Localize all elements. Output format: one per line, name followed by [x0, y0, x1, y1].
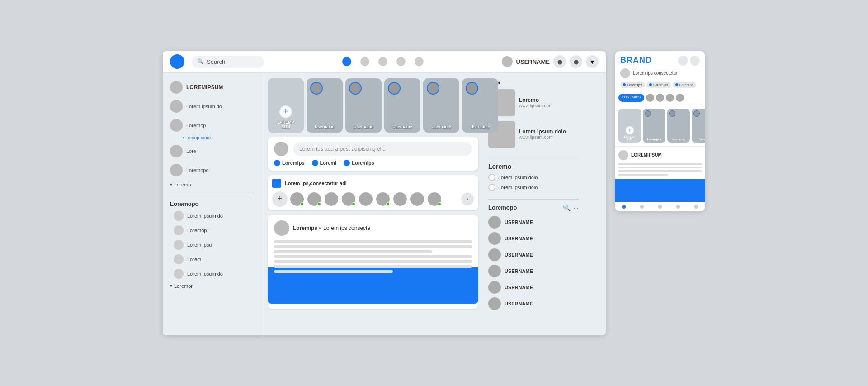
friend-item-2[interactable]: USERNAME — [488, 230, 579, 247]
friend-item-4[interactable]: USERNAME — [488, 263, 579, 279]
mobile-bottom-dot-4[interactable] — [676, 205, 680, 209]
mobile-nav-icon-1[interactable] — [678, 56, 688, 66]
radio-item-2[interactable]: Lorem ipsum dolo — [488, 184, 579, 191]
radio-1[interactable] — [488, 174, 495, 181]
friend-item-5[interactable]: USERNAME — [488, 279, 579, 295]
add-member-btn[interactable]: + — [272, 191, 288, 207]
member-1 — [289, 191, 305, 207]
mobile-bottom-dot-5[interactable] — [694, 205, 698, 209]
nav-dot-4[interactable] — [396, 57, 406, 66]
ad-item-2[interactable]: Lorem ipsum dolo www.lipsum.com — [488, 121, 579, 148]
add-story-btn[interactable]: + — [279, 105, 292, 118]
mobile-blue-bar — [615, 179, 705, 202]
post-arrow: ▸ — [319, 225, 321, 230]
composer-input[interactable]: Lorem ips add a post adipiscing elit. — [293, 142, 472, 156]
mobile-story-1[interactable]: Loremipsu — [643, 109, 665, 143]
sidebar-label-2: Loremop — [186, 123, 206, 128]
friend-item-1[interactable]: USERNAME — [488, 214, 579, 230]
mobile-tab-1[interactable]: Loremips — [620, 82, 645, 88]
story-avatar-1 — [310, 82, 323, 95]
nav-btn-2[interactable]: ⬤ — [570, 55, 582, 68]
composer-action-3[interactable]: Loremips — [344, 160, 374, 166]
story-card-4[interactable]: Username — [423, 78, 459, 133]
sidebar-more-link[interactable]: • Lorsop more — [166, 135, 258, 140]
ad-item-1[interactable]: Loremo www.lipsum.com — [488, 89, 579, 116]
add-story-card[interactable]: + LPREMP SUN — [268, 78, 304, 133]
mobile-tab-dot-1 — [623, 83, 626, 86]
friends-more-icon[interactable]: ··· — [573, 204, 579, 211]
mobile-filter-avatar-3 — [666, 94, 674, 102]
story-card-3[interactable]: Username — [384, 78, 420, 133]
friends-search-icon[interactable]: 🔍 — [563, 204, 571, 211]
sidebar-item-2[interactable]: Loremop — [166, 116, 258, 134]
friend-item-6[interactable]: USERNAME — [488, 295, 579, 312]
nav-dot-2[interactable] — [360, 57, 369, 66]
mobile-story-2[interactable]: Loremipsu — [667, 109, 690, 143]
sidebar-item-4[interactable]: Loremopo — [166, 161, 258, 179]
mobile-story-name-3: Lorer — [699, 138, 705, 141]
radio-2[interactable] — [488, 184, 495, 191]
groups-next-btn[interactable]: › — [461, 193, 474, 205]
sidebar-sub-item-2[interactable]: Loremop — [166, 224, 258, 237]
composer-action-label-2: Loremi — [320, 160, 337, 166]
sub-label-1: Lorem ipsum do — [187, 213, 223, 219]
mobile-bottom-dot-3[interactable] — [658, 205, 662, 209]
nav-dot-5[interactable] — [415, 57, 424, 66]
sidebar-item-profile[interactable]: LOREMIPSUM — [166, 78, 258, 96]
online-dot-5 — [438, 202, 441, 206]
sub-label-5: Lorem ipsum do — [187, 271, 223, 276]
sidebar-sub-item-4[interactable]: Lorem — [166, 253, 258, 266]
friends-icons: 🔍 ··· — [563, 204, 579, 211]
mobile-tab-3[interactable]: Loremps — [673, 82, 696, 88]
mobile-story-avatar-1 — [645, 110, 651, 117]
mobile-filter-row: LOREMIPS — [615, 91, 705, 105]
loremo-title: Loremo — [488, 163, 579, 170]
mobile-bottom-dot-1[interactable] — [622, 205, 626, 209]
search-bar[interactable]: 🔍 Search — [192, 56, 264, 68]
sidebar: LOREMIPSUM Lorem ipsum do Loremop • Lors… — [163, 73, 262, 335]
sidebar-sub-item-1[interactable]: Lorem ipsum do — [166, 209, 258, 223]
radio-label-1: Lorem ipsum dolo — [498, 175, 538, 180]
mobile-brand-name: BRAND — [620, 56, 652, 65]
sidebar-item-1[interactable]: Lorem ipsum do — [166, 97, 258, 115]
story-card-5[interactable]: Username — [462, 78, 498, 133]
story-card-2[interactable]: Username — [345, 78, 382, 133]
sidebar-label-4: Loremopo — [186, 167, 209, 173]
mobile-bottom-dot-2[interactable] — [640, 205, 644, 209]
member-7 — [392, 191, 408, 207]
composer-action-1[interactable]: Loremips — [274, 160, 305, 166]
mobile-story-3[interactable]: Lorer — [692, 109, 705, 143]
mobile-post-avatar — [618, 150, 628, 160]
mobile-user-avatar — [620, 68, 630, 78]
mobile-add-story-btn[interactable]: + — [626, 126, 634, 134]
sidebar-sub-expand[interactable]: ▾ Loremor — [166, 281, 258, 291]
mobile-filter-btn-active[interactable]: LOREMIPS — [618, 94, 644, 102]
post-group: Lorem ips consecte — [323, 225, 370, 231]
sidebar-item-loremo[interactable]: ▾ Loremo — [166, 180, 258, 189]
radio-item-1[interactable]: Lorem ipsum dolo — [488, 174, 579, 181]
mobile-add-story[interactable]: + LPREMP SUN — [618, 109, 641, 143]
member-4 — [341, 191, 356, 207]
nav-dropdown-btn[interactable]: ▾ — [586, 55, 599, 68]
sidebar-item-3[interactable]: Lore — [166, 142, 258, 160]
composer-action-2[interactable]: Loremi — [312, 160, 337, 166]
main-area: LOREMIPSUM Lorem ipsum do Loremop • Lors… — [163, 73, 606, 335]
nav-dot-3[interactable] — [378, 57, 387, 66]
post-line-6 — [274, 265, 472, 268]
nav-logo[interactable] — [170, 54, 184, 69]
friend-item-3[interactable]: USERNAME — [488, 247, 579, 263]
friend-name-6: USERNAME — [505, 301, 533, 306]
nav-dot-1[interactable] — [342, 57, 351, 66]
mobile-nav-icon-2[interactable] — [690, 56, 700, 66]
story-card-1[interactable]: Username — [307, 78, 343, 133]
sidebar-sub-item-3[interactable]: Lorem ipsu — [166, 238, 258, 252]
ad-url-2: www.lipsum.com — [519, 135, 566, 140]
member-9 — [427, 191, 442, 207]
sidebar-sub-item-5[interactable]: Lorem ipsum do — [166, 267, 258, 281]
sidebar-label-3: Lore — [186, 148, 196, 154]
groups-members: + › — [272, 191, 474, 207]
chevron-down-icon: ▾ — [590, 57, 594, 66]
ad-text-2: Lorem ipsum dolo www.lipsum.com — [519, 129, 566, 140]
mobile-tab-2[interactable]: Loremips — [646, 82, 671, 88]
nav-btn-1[interactable]: ⬤ — [553, 55, 566, 68]
